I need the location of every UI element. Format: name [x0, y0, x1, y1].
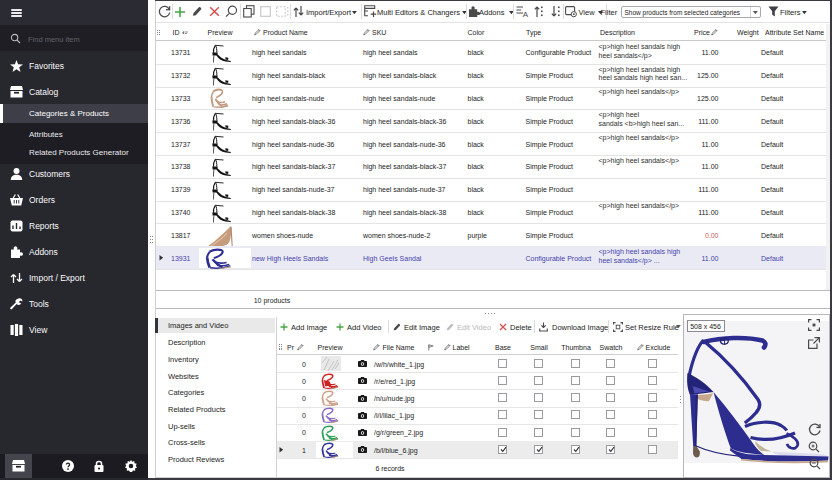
svg-text:A: A [522, 9, 528, 18]
